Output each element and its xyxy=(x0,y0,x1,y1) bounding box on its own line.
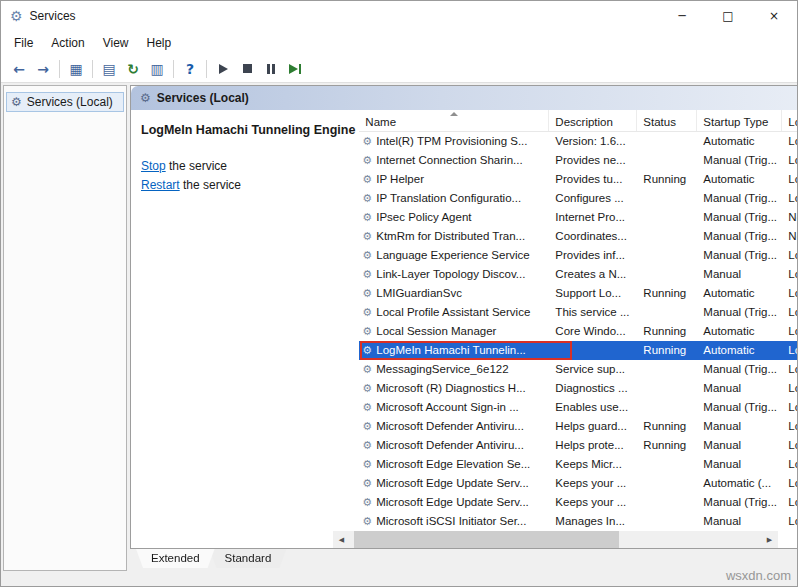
horizontal-scroll-thumb[interactable] xyxy=(354,531,619,548)
toolbar-separator xyxy=(92,60,93,78)
cell-description: Provides tu... xyxy=(549,170,637,189)
menu-file[interactable]: File xyxy=(5,33,42,53)
cell-status: Running xyxy=(637,322,697,341)
caption-buttons: ─ □ × xyxy=(659,1,797,31)
cell-startup-type: Manual xyxy=(697,512,782,531)
service-row[interactable]: ⚙IP HelperProvides tu...RunningAutomatic… xyxy=(359,170,798,189)
cell-status xyxy=(637,455,697,474)
cell-startup-type: Manual (Trig... xyxy=(697,246,782,265)
cell-description: Helps guard... xyxy=(549,417,637,436)
export-list-icon[interactable]: ▥ xyxy=(145,58,169,80)
cell-log-on-as: Net... xyxy=(782,227,798,246)
service-row[interactable]: ⚙Language Experience ServiceProvides inf… xyxy=(359,246,798,265)
cell-log-on-as: Loc... xyxy=(782,398,798,417)
cell-description: Enables use... xyxy=(549,398,637,417)
cell-startup-type: Manual xyxy=(697,265,782,284)
scroll-right-icon[interactable]: ▶ xyxy=(761,531,778,548)
cell-log-on-as: Loc... xyxy=(782,303,798,322)
horizontal-scroll-track[interactable] xyxy=(350,531,761,548)
service-row[interactable]: ⚙Microsoft Edge Elevation Se...Keeps Mic… xyxy=(359,455,798,474)
cell-startup-type: Manual xyxy=(697,455,782,474)
cell-log-on-as: Net... xyxy=(782,208,798,227)
start-service-icon[interactable] xyxy=(211,58,235,80)
service-icon: ⚙ xyxy=(362,132,372,151)
cell-name: ⚙IP Translation Configuratio... xyxy=(359,189,549,208)
service-row[interactable]: ⚙Microsoft Edge Update Serv...Keeps your… xyxy=(359,493,798,512)
properties-icon[interactable]: ▤ xyxy=(97,58,121,80)
service-row[interactable]: ⚙Microsoft Account Sign-in ...Enables us… xyxy=(359,398,798,417)
service-row[interactable]: ⚙Microsoft (R) Diagnostics H...Diagnosti… xyxy=(359,379,798,398)
column-header-name[interactable]: Name xyxy=(359,110,549,131)
show-hide-console-tree-icon[interactable]: ▦ xyxy=(64,58,88,80)
cell-description: Provides ne... xyxy=(549,151,637,170)
back-icon[interactable]: ← xyxy=(7,58,31,80)
service-row[interactable]: ⚙Microsoft iSCSI Initiator Ser...Manages… xyxy=(359,512,798,531)
cell-name: ⚙Microsoft Edge Elevation Se... xyxy=(359,455,549,474)
titlebar: ⚙ Services ─ □ × xyxy=(1,1,797,31)
column-header-status[interactable]: Status xyxy=(637,110,697,131)
service-row[interactable]: ⚙Internet Connection Sharin...Provides n… xyxy=(359,151,798,170)
refresh-icon[interactable]: ↻ xyxy=(121,58,145,80)
toolbar-separator xyxy=(59,60,60,78)
cell-startup-type: Manual xyxy=(697,379,782,398)
service-row[interactable]: ⚙Microsoft Defender Antiviru...Helps pro… xyxy=(359,436,798,455)
column-header-startuptype[interactable]: Startup Type xyxy=(697,110,782,131)
tree-item-services-local[interactable]: ⚙ Services (Local) xyxy=(6,92,124,112)
cell-status xyxy=(637,512,697,531)
tab-standard[interactable]: Standard xyxy=(210,549,287,568)
cell-name: ⚙Intel(R) TPM Provisioning S... xyxy=(359,132,549,151)
cell-description: Support Lo... xyxy=(549,284,637,303)
close-button[interactable]: × xyxy=(751,1,797,31)
service-row-selected[interactable]: ⚙LogMeIn Hamachi Tunnelin...RunningAutom… xyxy=(359,341,798,360)
cell-status: Running xyxy=(637,436,697,455)
service-row[interactable]: ⚙Local Session ManagerCore Windo...Runni… xyxy=(359,322,798,341)
cell-status: Running xyxy=(637,417,697,436)
cell-status xyxy=(637,246,697,265)
restart-service-link[interactable]: Restart xyxy=(141,178,180,192)
maximize-button[interactable]: □ xyxy=(705,1,751,31)
restart-service-icon[interactable] xyxy=(283,58,307,80)
cell-description: Version: 1.6... xyxy=(549,132,637,151)
service-row[interactable]: ⚙Intel(R) TPM Provisioning S...Version: … xyxy=(359,132,798,151)
cell-startup-type: Manual xyxy=(697,436,782,455)
scroll-left-icon[interactable]: ◀ xyxy=(333,531,350,548)
cell-startup-type: Manual (Trig... xyxy=(697,227,782,246)
pane-header: ⚙ Services (Local) xyxy=(131,86,798,110)
service-icon: ⚙ xyxy=(362,455,372,474)
column-header-log[interactable]: Log... xyxy=(782,110,798,131)
service-row[interactable]: ⚙IP Translation Configuratio...Configure… xyxy=(359,189,798,208)
service-row[interactable]: ⚙Link-Layer Topology Discov...Creates a … xyxy=(359,265,798,284)
service-row[interactable]: ⚙Microsoft Defender Antiviru...Helps gua… xyxy=(359,417,798,436)
cell-startup-type: Automatic xyxy=(697,341,782,360)
help-icon[interactable]: ? xyxy=(178,58,202,80)
cell-startup-type: Manual xyxy=(697,417,782,436)
menu-view[interactable]: View xyxy=(94,33,138,53)
horizontal-scrollbar[interactable]: ◀ ▶ xyxy=(333,531,778,548)
cell-startup-type: Automatic xyxy=(697,284,782,303)
service-row[interactable]: ⚙MessagingService_6e122Service sup...Man… xyxy=(359,360,798,379)
stop-service-link[interactable]: Stop xyxy=(141,159,166,173)
services-window: ⚙ Services ─ □ × FileActionViewHelp ←→▦▤… xyxy=(0,0,798,587)
view-tabs: ExtendedStandard xyxy=(130,549,798,571)
menu-help[interactable]: Help xyxy=(138,33,181,53)
service-row[interactable]: ⚙IPsec Policy AgentInternet Pro...Manual… xyxy=(359,208,798,227)
service-row[interactable]: ⚙LMIGuardianSvcSupport Lo...RunningAutom… xyxy=(359,284,798,303)
service-row[interactable]: ⚙Microsoft Edge Update Serv...Keeps your… xyxy=(359,474,798,493)
service-icon: ⚙ xyxy=(362,398,372,417)
minimize-button[interactable]: ─ xyxy=(659,1,705,31)
service-icon: ⚙ xyxy=(362,341,372,360)
tab-extended[interactable]: Extended xyxy=(136,549,215,568)
cell-status xyxy=(637,208,697,227)
cell-status xyxy=(637,189,697,208)
stop-service-icon[interactable] xyxy=(235,58,259,80)
service-row[interactable]: ⚙KtmRm for Distributed Tran...Coordinate… xyxy=(359,227,798,246)
service-row[interactable]: ⚙Local Profile Assistant ServiceThis ser… xyxy=(359,303,798,322)
pause-service-icon[interactable] xyxy=(259,58,283,80)
cell-log-on-as: Loc... xyxy=(782,189,798,208)
menu-action[interactable]: Action xyxy=(42,33,93,53)
cell-log-on-as: Loc... xyxy=(782,246,798,265)
forward-icon[interactable]: → xyxy=(31,58,55,80)
cell-description: Helps prote... xyxy=(549,436,637,455)
service-icon: ⚙ xyxy=(362,265,372,284)
column-header-description[interactable]: Description xyxy=(549,110,637,131)
